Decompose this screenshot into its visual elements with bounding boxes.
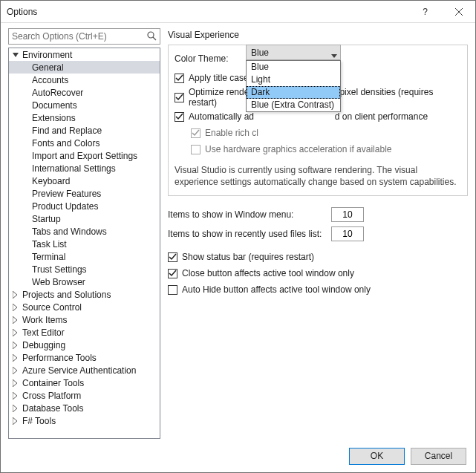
items-window-input[interactable]: [331, 207, 364, 222]
tree-item-database-tools[interactable]: Database Tools: [9, 402, 160, 414]
search-box[interactable]: [8, 28, 160, 45]
checkbox-icon: [191, 128, 200, 138]
checkbox-icon: [168, 269, 177, 278]
chevron-right-icon: [12, 366, 21, 375]
close-button[interactable]: [442, 1, 475, 23]
chevron-right-icon: [12, 353, 21, 362]
tree-item-f#-tools[interactable]: F# Tools: [9, 414, 160, 427]
close-button-label: Close button affects active tool window …: [182, 268, 354, 278]
checkbox-icon: [168, 285, 177, 295]
tree-item-work-items[interactable]: Work Items: [9, 313, 160, 326]
chevron-right-icon: [12, 404, 21, 413]
theme-option-blue-extra[interactable]: Blue (Extra Contrast): [247, 99, 340, 111]
tree-item-keyboard[interactable]: Keyboard: [9, 174, 160, 187]
checkbox-icon: [175, 93, 184, 102]
tree-item-label: AutoRecover: [31, 88, 83, 98]
color-theme-combo[interactable]: Blue: [246, 45, 341, 60]
tree-item-label: General: [31, 62, 64, 73]
tree-item-extensions[interactable]: Extensions: [9, 111, 160, 124]
color-theme-label: Color Theme:: [175, 53, 228, 64]
chevron-right-icon: [12, 379, 21, 388]
tree-item-label: International Settings: [31, 163, 116, 174]
tree-item-autorecover[interactable]: AutoRecover: [9, 86, 160, 99]
tree-item-accounts[interactable]: Accounts: [9, 74, 160, 86]
tree-item-find-and-replace[interactable]: Find and Replace: [9, 124, 160, 137]
chevron-right-icon: [12, 303, 21, 312]
search-input[interactable]: [9, 29, 160, 44]
tree-item-web-browser[interactable]: Web Browser: [9, 275, 160, 288]
autohide-label: Auto Hide button affects active tool win…: [182, 284, 371, 295]
chevron-right-icon: [12, 341, 21, 350]
tree-item-product-updates[interactable]: Product Updates: [9, 200, 160, 212]
cancel-button[interactable]: Cancel: [411, 448, 466, 465]
tree-item-documents[interactable]: Documents: [9, 99, 160, 111]
theme-option-blue[interactable]: Blue: [247, 61, 340, 74]
tree-item-label: Text Editor: [22, 327, 65, 338]
checkbox-icon: [191, 145, 200, 154]
dialog-footer: OK Cancel: [1, 440, 475, 472]
tree-item-debugging[interactable]: Debugging: [9, 339, 160, 351]
tree-item-tabs-and-windows[interactable]: Tabs and Windows: [9, 225, 160, 238]
tree-item-terminal[interactable]: Terminal: [9, 250, 160, 263]
items-recent-row: Items to show in recently used files lis…: [168, 224, 468, 244]
titlebar: Options ?: [1, 1, 475, 23]
tree-item-preview-features[interactable]: Preview Features: [9, 187, 160, 200]
tree-item-trust-settings[interactable]: Trust Settings: [9, 263, 160, 275]
color-theme-dropdown[interactable]: Blue Light Dark Blue (Extra Contrast): [246, 60, 341, 112]
autohide-row[interactable]: Auto Hide button affects active tool win…: [168, 282, 468, 297]
tree-item-label: Task List: [31, 239, 67, 249]
auto-adjust-label: Automatically ad xxxxxxxxxxxxxxxxx d on …: [189, 111, 428, 122]
tree-item-label: Keyboard: [31, 176, 70, 186]
tree-item-label: Find and Replace: [31, 125, 102, 136]
rendering-info-text: Visual Studio is currently using softwar…: [175, 158, 461, 188]
tree-item-source-control[interactable]: Source Control: [9, 301, 160, 313]
tree-item-task-list[interactable]: Task List: [9, 238, 160, 250]
tree-item-container-tools[interactable]: Container Tools: [9, 376, 160, 389]
theme-option-light[interactable]: Light: [247, 74, 340, 86]
tree-item-cross-platform[interactable]: Cross Platform: [9, 389, 160, 402]
tree-item-label: Web Browser: [31, 277, 85, 287]
window-title: Options: [7, 7, 408, 17]
enable-rich-row: Enable rich cl: [175, 125, 461, 140]
group-visual-experience-title: Visual Experience: [168, 30, 468, 40]
tree-item-label: Source Control: [22, 302, 82, 313]
show-status-label: Show status bar (requires restart): [182, 252, 314, 262]
chevron-down-icon: [331, 50, 337, 61]
tree-item-label: Tabs and Windows: [31, 226, 107, 237]
checkbox-icon: [175, 74, 184, 83]
help-button[interactable]: ?: [408, 1, 442, 23]
right-pane: Visual Experience Color Theme: Blue Blue…: [168, 28, 468, 439]
items-window-row: Items to show in Window menu:: [168, 205, 468, 224]
items-recent-input[interactable]: [331, 226, 364, 241]
group-visual-experience: Color Theme: Blue Blue Light Dark Blue (…: [168, 45, 468, 196]
show-status-row[interactable]: Show status bar (requires restart): [168, 249, 468, 264]
tree-item-label: Debugging: [22, 340, 65, 350]
tree-item-label: Projects and Solutions: [22, 290, 111, 300]
tree-item-projects-and-solutions[interactable]: Projects and Solutions: [9, 288, 160, 301]
chevron-right-icon: [12, 417, 21, 425]
tree-item-label: Database Tools: [22, 403, 84, 414]
tree-item-label: Product Updates: [31, 201, 98, 212]
chevron-right-icon: [12, 290, 21, 299]
tree-item-fonts-and-colors[interactable]: Fonts and Colors: [9, 137, 160, 149]
tree-item-general[interactable]: General: [9, 61, 160, 74]
chevron-right-icon: [12, 316, 21, 324]
chevron-down-icon: [12, 50, 21, 59]
category-tree[interactable]: EnvironmentGeneralAccountsAutoRecoverDoc…: [8, 48, 160, 439]
ok-button[interactable]: OK: [349, 448, 405, 465]
tree-item-label: Trust Settings: [31, 264, 87, 275]
tree-item-import-and-export-settings[interactable]: Import and Export Settings: [9, 149, 160, 162]
theme-option-dark[interactable]: Dark: [247, 86, 340, 99]
tree-item-international-settings[interactable]: International Settings: [9, 162, 160, 174]
tree-item-text-editor[interactable]: Text Editor: [9, 326, 160, 339]
tree-item-label: Fonts and Colors: [31, 138, 100, 149]
tree-item-azure-service-authentication[interactable]: Azure Service Authentication: [9, 364, 160, 376]
tree-item-environment[interactable]: Environment: [9, 48, 160, 61]
tree-item-label: Work Items: [22, 315, 67, 325]
tree-item-label: Container Tools: [22, 378, 84, 388]
items-window-label: Items to show in Window menu:: [168, 209, 331, 220]
tree-item-startup[interactable]: Startup: [9, 212, 160, 225]
tree-item-performance-tools[interactable]: Performance Tools: [9, 351, 160, 364]
checkbox-icon: [175, 112, 184, 122]
close-button-row[interactable]: Close button affects active tool window …: [168, 266, 468, 281]
